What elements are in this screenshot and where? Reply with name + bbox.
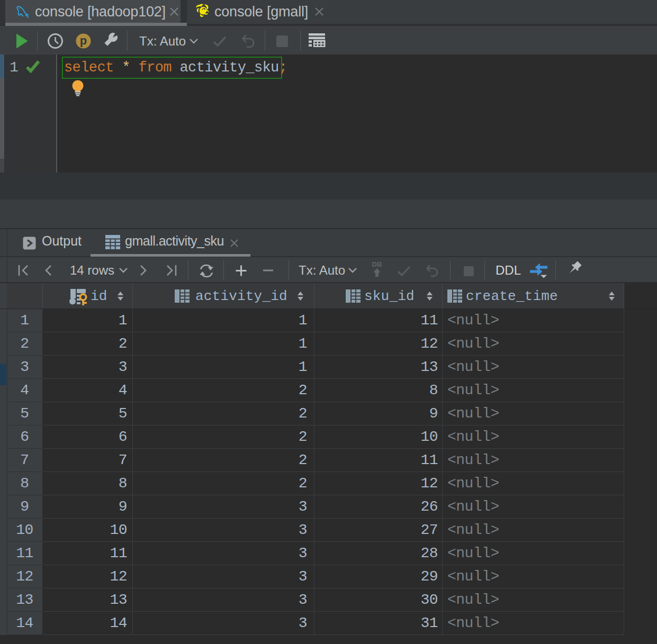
- svg-text:p: p: [80, 34, 87, 47]
- svg-text:DB: DB: [372, 260, 382, 268]
